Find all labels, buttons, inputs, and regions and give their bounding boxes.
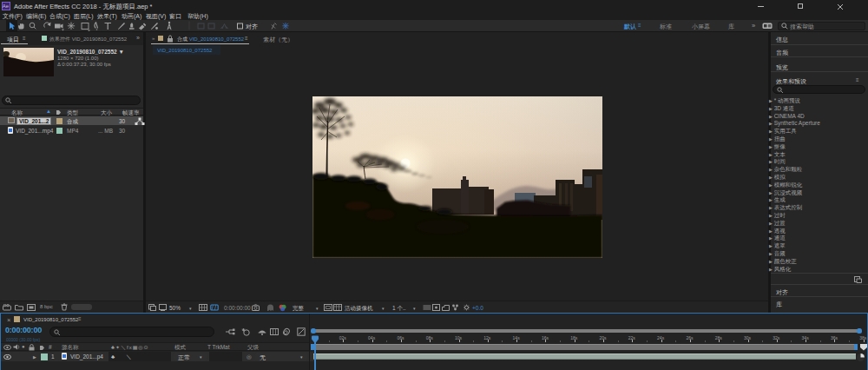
svg-text:对齐: 对齐	[246, 23, 258, 30]
